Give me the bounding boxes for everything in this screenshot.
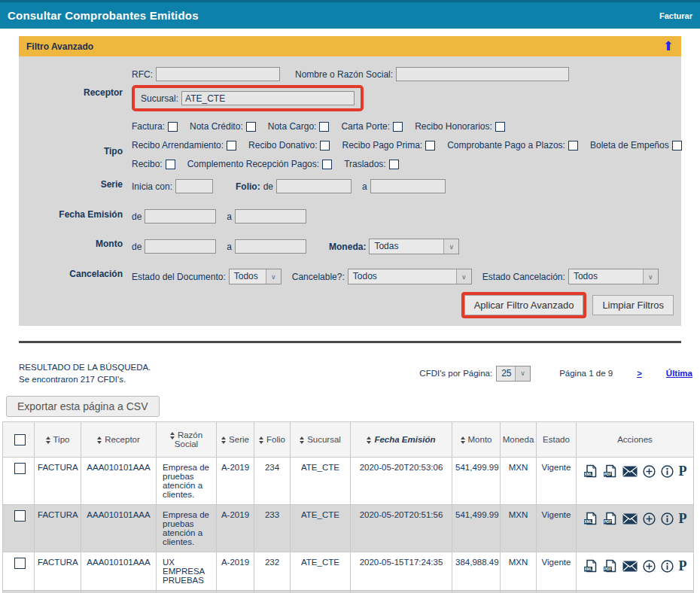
- estado-cancelacion-select[interactable]: Todos ∨: [568, 269, 659, 284]
- last-page-link[interactable]: Última: [666, 369, 692, 378]
- sort-icon[interactable]: [46, 436, 50, 444]
- serie-inicia-input[interactable]: [175, 179, 213, 193]
- next-page-link[interactable]: >: [637, 369, 642, 378]
- pay-p-icon[interactable]: P: [679, 561, 687, 572]
- column-header-folio[interactable]: Folio: [254, 422, 291, 458]
- moneda-select[interactable]: Todas ∨: [369, 239, 459, 254]
- column-header-sucursal[interactable]: Sucursal: [291, 422, 351, 458]
- facturar-link[interactable]: Facturar: [659, 11, 692, 20]
- column-header-estado: Estado: [537, 422, 577, 458]
- info-circle-icon[interactable]: [661, 465, 674, 478]
- checkbox[interactable]: [393, 122, 403, 132]
- cell-receptor: AAA010101AAA: [81, 458, 157, 505]
- monto-a-label: a: [227, 242, 232, 252]
- cell-fecha-emision: 2020-05-20T20:51:56: [351, 505, 452, 552]
- chevron-down-icon: ∨: [643, 269, 658, 284]
- checkbox[interactable]: [246, 122, 256, 132]
- estado-documento-select[interactable]: Todos ∨: [229, 269, 282, 284]
- table-header-row: TipoReceptorRazón SocialSerieFolioSucurs…: [3, 422, 694, 458]
- email-icon[interactable]: [622, 513, 638, 525]
- tipo-option: Traslados:: [344, 159, 399, 169]
- checkbox-label: Recibo Pago Prima:: [342, 140, 422, 151]
- sort-icon[interactable]: [259, 436, 263, 444]
- column-header-receptor[interactable]: Receptor: [81, 422, 157, 458]
- filter-titlebar[interactable]: Filtro Avanzado ⬆: [19, 36, 681, 56]
- nombre-razon-input[interactable]: [396, 67, 569, 81]
- email-icon[interactable]: [622, 466, 638, 477]
- column-header-label: Razón Social: [175, 430, 202, 449]
- column-header-label: Serie: [229, 435, 249, 444]
- column-header-fecha-emisi-n[interactable]: Fecha Emisión: [351, 422, 452, 458]
- tipo-option: Carta Porte:: [341, 121, 403, 132]
- email-icon[interactable]: [622, 561, 638, 572]
- table-body: FACTURAAAA010101AAAEmpresa de pruebas at…: [3, 458, 694, 593]
- checkbox[interactable]: [495, 122, 505, 132]
- rfc-input[interactable]: [156, 67, 280, 81]
- info-circle-icon[interactable]: [661, 560, 674, 573]
- partial-cell: [452, 591, 501, 593]
- sort-icon[interactable]: [97, 436, 102, 444]
- checkbox[interactable]: [322, 160, 332, 169]
- fecha-de-input[interactable]: [145, 209, 216, 224]
- info-circle-icon[interactable]: [661, 512, 674, 525]
- xml-download-icon[interactable]: XML: [583, 559, 598, 573]
- checkbox[interactable]: [319, 122, 329, 132]
- checkbox[interactable]: [672, 141, 682, 151]
- collapse-up-arrow-icon[interactable]: ⬆: [663, 40, 674, 53]
- per-page-select[interactable]: 25 ∨: [496, 366, 531, 382]
- sucursal-input[interactable]: [181, 91, 355, 105]
- page-header: Consultar Comprobantes Emitidos Facturar: [0, 0, 700, 29]
- checkbox-label: Factura:: [132, 121, 165, 132]
- cancelable-select[interactable]: Todos ∨: [348, 269, 472, 284]
- checkbox[interactable]: [425, 141, 435, 151]
- checkbox[interactable]: [320, 141, 330, 151]
- sort-icon[interactable]: [461, 436, 465, 444]
- cell-razon-social: Empresa de pruebas atención a clientes.: [157, 505, 217, 552]
- pay-p-icon[interactable]: P: [679, 466, 687, 477]
- row-checkbox[interactable]: [14, 510, 26, 522]
- estado-documento-label: Estado del Documento:: [132, 272, 226, 282]
- column-header-label: Estado: [543, 435, 570, 444]
- filter-row-serie: Serie Inicia con: Folio: de a: [19, 179, 674, 193]
- checkbox[interactable]: [568, 141, 578, 151]
- apply-filter-button[interactable]: Aplicar Filtro Avanzado: [464, 295, 584, 315]
- folio-de-input[interactable]: [276, 179, 352, 193]
- sort-icon[interactable]: [300, 436, 304, 444]
- column-header-serie[interactable]: Serie: [217, 422, 254, 458]
- cell-monto: 541,499.99: [452, 458, 501, 505]
- fecha-a-label: a: [227, 211, 232, 222]
- export-csv-button[interactable]: Exportar esta página a CSV: [6, 396, 160, 417]
- clear-filters-button[interactable]: Limpiar Filtros: [592, 295, 674, 315]
- checkbox-label: Nota Cargo:: [268, 121, 317, 132]
- monto-a-input[interactable]: [235, 239, 306, 254]
- fecha-a-input[interactable]: [235, 209, 306, 224]
- row-checkbox[interactable]: [14, 558, 26, 569]
- column-header-tipo[interactable]: Tipo: [35, 422, 81, 458]
- column-header-select-all[interactable]: [3, 422, 35, 458]
- tipo-option: Recibo:: [132, 159, 175, 169]
- sort-icon[interactable]: [367, 436, 371, 444]
- plus-circle-icon[interactable]: [643, 512, 656, 525]
- column-header-monto[interactable]: Monto: [452, 422, 501, 458]
- pdf-download-icon[interactable]: PDF: [603, 464, 617, 478]
- xml-download-icon[interactable]: XML: [583, 512, 598, 525]
- checkbox[interactable]: [166, 160, 175, 169]
- monto-de-input[interactable]: [145, 239, 216, 254]
- checkbox-label: Recibo Honorarios:: [415, 121, 492, 132]
- pay-p-icon[interactable]: P: [679, 513, 687, 525]
- select-all-checkbox[interactable]: [14, 434, 26, 446]
- checkbox[interactable]: [227, 141, 236, 151]
- plus-circle-icon[interactable]: [643, 560, 656, 573]
- sort-icon[interactable]: [221, 436, 226, 444]
- checkbox[interactable]: [168, 122, 178, 132]
- checkbox[interactable]: [389, 160, 399, 169]
- column-header-raz-n-social[interactable]: Razón Social: [157, 422, 217, 458]
- pdf-download-icon[interactable]: PDF: [603, 512, 617, 525]
- pdf-download-icon[interactable]: PDF: [603, 559, 617, 573]
- plus-circle-icon[interactable]: [643, 465, 656, 478]
- row-checkbox[interactable]: [14, 463, 26, 474]
- cell-razon-social: Empresa de pruebas atención a clientes.: [157, 458, 217, 505]
- folio-a-input[interactable]: [370, 179, 446, 193]
- sort-icon[interactable]: [170, 432, 175, 439]
- xml-download-icon[interactable]: XML: [583, 464, 598, 478]
